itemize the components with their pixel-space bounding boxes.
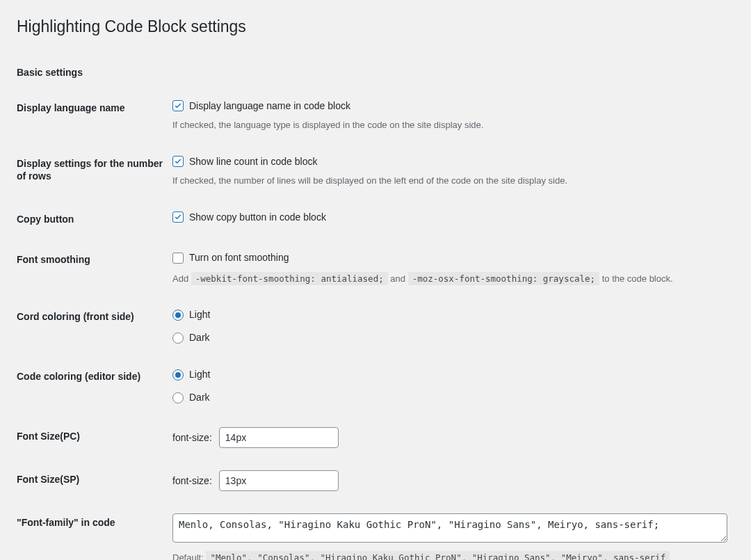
settings-table: Display language name Display language n… [17, 88, 734, 560]
desc-mid: and [390, 273, 405, 284]
copy-button-checkbox[interactable]: Show copy button in code block [172, 210, 326, 225]
desc-prefix: Add [172, 273, 188, 284]
front-coloring-light-radio[interactable]: Light [172, 307, 727, 322]
checkbox-label: Show line count in code block [189, 154, 317, 169]
section-title: Basic settings [17, 67, 734, 78]
radio-label: Light [189, 307, 210, 322]
radio-icon [172, 369, 184, 381]
row-label-copy-button: Copy button [17, 199, 172, 239]
desc-suffix: to the code block. [602, 273, 673, 284]
row-label-font-size-pc: Font Size(PC) [17, 416, 172, 459]
row-label-display-language: Display language name [17, 88, 172, 143]
checkbox-icon [172, 156, 184, 167]
row-label-line-count: Display settings for the number of rows [17, 143, 172, 199]
display-language-desc: If checked, the language type is display… [172, 118, 727, 132]
font-size-pc-input[interactable] [219, 427, 339, 448]
code-snippet: -webkit-font-smoothing: antialiased; [191, 272, 388, 285]
row-label-font-size-sp: Font Size(SP) [17, 459, 172, 502]
default-label: Default: [172, 552, 204, 560]
radio-icon [172, 333, 184, 344]
editor-coloring-dark-radio[interactable]: Dark [172, 390, 727, 405]
row-label-front-coloring: Cord coloring (front side) [17, 296, 172, 356]
font-smoothing-desc: Add -webkit-font-smoothing: antialiased;… [172, 272, 727, 286]
row-label-editor-coloring: Code coloring (editor side) [17, 356, 172, 416]
code-snippet: -moz-osx-font-smoothing: grayscale; [408, 272, 599, 285]
page-title: Highlighting Code Block settings [17, 17, 734, 38]
checkbox-icon [172, 253, 184, 264]
font-family-default: Default: "Menlo", "Consolas", "Hiragino … [172, 551, 727, 560]
row-label-font-smoothing: Font smoothing [17, 239, 172, 296]
radio-label: Light [189, 367, 210, 382]
font-family-input[interactable] [172, 513, 727, 543]
font-size-sp-input[interactable] [219, 470, 339, 491]
font-smoothing-checkbox[interactable]: Turn on font smoothing [172, 250, 289, 265]
radio-label: Dark [189, 390, 210, 405]
checkbox-label: Display language name in code block [189, 99, 350, 113]
font-size-sp-prefix: font-size: [172, 474, 212, 488]
editor-coloring-light-radio[interactable]: Light [172, 367, 727, 382]
checkbox-icon [172, 211, 184, 223]
radio-icon [172, 310, 184, 321]
radio-label: Dark [189, 330, 210, 345]
font-size-pc-prefix: font-size: [172, 431, 212, 445]
front-coloring-dark-radio[interactable]: Dark [172, 330, 727, 345]
line-count-desc: If checked, the number of lines will be … [172, 174, 727, 188]
code-snippet: "Menlo", "Consolas", "Hiragino Kaku Goth… [206, 551, 670, 560]
radio-icon [172, 392, 184, 403]
checkbox-label: Turn on font smoothing [189, 250, 289, 265]
display-language-checkbox[interactable]: Display language name in code block [172, 99, 350, 113]
row-label-font-family: "Font-family" in code [17, 502, 172, 560]
line-count-checkbox[interactable]: Show line count in code block [172, 154, 317, 169]
checkbox-label: Show copy button in code block [189, 210, 326, 225]
checkbox-icon [172, 100, 184, 111]
